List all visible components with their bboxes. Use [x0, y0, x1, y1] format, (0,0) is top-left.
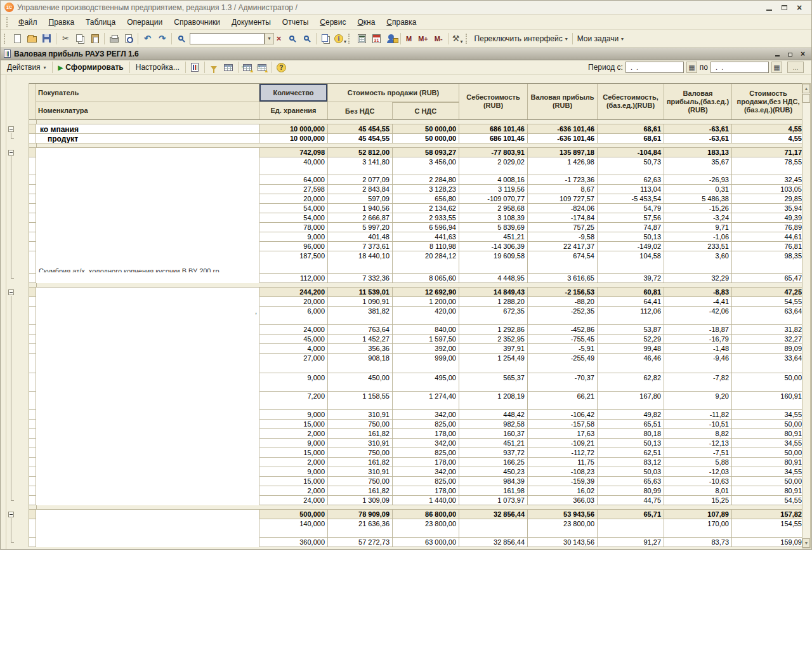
- value-cell[interactable]: 34,55: [732, 410, 802, 420]
- value-cell[interactable]: 5,88: [664, 458, 732, 467]
- value-cell[interactable]: 937,72: [459, 448, 528, 458]
- value-cell[interactable]: 20,000: [259, 297, 328, 307]
- active-users-button[interactable]: [384, 32, 398, 46]
- value-cell[interactable]: 50 000,00: [393, 134, 459, 143]
- value-cell[interactable]: 1 288,20: [459, 297, 528, 307]
- value-cell[interactable]: -755,45: [528, 335, 598, 344]
- name-cell[interactable]: [36, 448, 259, 458]
- row-margin-cell[interactable]: [29, 251, 36, 274]
- value-cell[interactable]: 39,72: [598, 274, 664, 283]
- value-cell[interactable]: -12,03: [664, 467, 732, 477]
- copy-button[interactable]: [73, 32, 88, 46]
- value-cell[interactable]: 50,13: [598, 232, 664, 242]
- header-gross-profit[interactable]: Валовая прибыль (RUB): [528, 84, 598, 119]
- value-cell[interactable]: 2,000: [259, 429, 328, 439]
- value-cell[interactable]: -14 306,39: [459, 242, 528, 251]
- value-cell[interactable]: 1 090,91: [328, 297, 393, 307]
- name-cell[interactable]: [36, 223, 259, 232]
- value-cell[interactable]: 53 943,56: [528, 510, 598, 519]
- value-cell[interactable]: 78,55: [732, 157, 802, 175]
- value-cell[interactable]: 342,00: [393, 439, 459, 448]
- value-cell[interactable]: -109,21: [528, 439, 598, 448]
- value-cell[interactable]: 9,000: [259, 467, 328, 477]
- name-cell[interactable]: [36, 344, 259, 354]
- value-cell[interactable]: 8,67: [528, 185, 598, 194]
- value-cell[interactable]: 161,82: [328, 429, 393, 439]
- value-cell[interactable]: 5 997,20: [328, 223, 393, 232]
- value-cell[interactable]: 96,000: [259, 242, 328, 251]
- value-cell[interactable]: 64,000: [259, 175, 328, 185]
- row-margin-cell[interactable]: [29, 458, 36, 467]
- value-cell[interactable]: 23 800,00: [393, 519, 459, 538]
- value-cell[interactable]: 2 134,62: [393, 204, 459, 213]
- value-cell[interactable]: 24,000: [259, 496, 328, 505]
- row-margin-cell[interactable]: [29, 392, 36, 410]
- value-cell[interactable]: 18 440,10: [328, 251, 393, 274]
- value-cell[interactable]: 98,35: [732, 251, 802, 274]
- value-cell[interactable]: 825,00: [393, 420, 459, 429]
- value-cell[interactable]: 49,39: [732, 213, 802, 223]
- row-margin-cell[interactable]: [29, 148, 36, 157]
- value-cell[interactable]: 44,61: [732, 232, 802, 242]
- value-cell[interactable]: 103,05: [732, 185, 802, 194]
- collapse-button[interactable]: [8, 126, 14, 132]
- minimize-button[interactable]: [763, 3, 775, 13]
- name-cell[interactable]: [36, 185, 259, 194]
- value-cell[interactable]: -174,84: [528, 213, 598, 223]
- name-cell[interactable]: [36, 157, 259, 175]
- row-margin-cell[interactable]: [29, 486, 36, 496]
- value-cell[interactable]: 2,000: [259, 458, 328, 467]
- value-cell[interactable]: 310,91: [328, 439, 393, 448]
- row-margin-cell[interactable]: [29, 335, 36, 344]
- value-cell[interactable]: 160,37: [459, 429, 528, 439]
- value-cell[interactable]: 1 208,19: [459, 392, 528, 410]
- header-quantity-selected-cell[interactable]: Количество: [259, 84, 327, 102]
- value-cell[interactable]: 27,598: [259, 185, 328, 194]
- value-cell[interactable]: 17,63: [528, 429, 598, 439]
- value-cell[interactable]: 78,000: [259, 223, 328, 232]
- value-cell[interactable]: 65,71: [598, 510, 664, 519]
- menu-file[interactable]: Файл: [13, 16, 43, 29]
- header-with-vat[interactable]: С НДС: [393, 102, 459, 120]
- calendar-button[interactable]: [369, 32, 384, 46]
- value-cell[interactable]: 908,18: [328, 354, 393, 373]
- duplicate-button[interactable]: [318, 32, 333, 46]
- value-cell[interactable]: 83,73: [664, 538, 732, 547]
- value-cell[interactable]: 159,09: [732, 538, 802, 547]
- header-sale-cost[interactable]: Стоимость продажи (RUB): [328, 84, 459, 102]
- my-tasks-button[interactable]: Мои задачи▾: [575, 32, 626, 45]
- value-cell[interactable]: 450,23: [459, 467, 528, 477]
- period-to-calendar-button[interactable]: ▦: [771, 62, 782, 73]
- row-margin-cell[interactable]: [29, 373, 36, 392]
- value-cell[interactable]: 178,00: [393, 458, 459, 467]
- name-cell[interactable]: [36, 439, 259, 448]
- row-margin-cell[interactable]: [29, 242, 36, 251]
- row-margin-cell[interactable]: [29, 477, 36, 486]
- value-cell[interactable]: 2,000: [259, 486, 328, 496]
- header-sale-cost-base-unit[interactable]: Стоимость продажи,без НДС,(баз.ед.)(RUB): [732, 84, 802, 119]
- menu-service[interactable]: Сервис: [314, 16, 351, 29]
- collapse-button[interactable]: [8, 289, 14, 295]
- name-cell[interactable]: [36, 477, 259, 486]
- value-cell[interactable]: 2 029,02: [459, 157, 528, 175]
- value-cell[interactable]: 63 000,00: [393, 538, 459, 547]
- info-button[interactable]: i▾: [333, 32, 348, 46]
- name-cell[interactable]: [36, 486, 259, 496]
- value-cell[interactable]: 35,94: [732, 204, 802, 213]
- value-cell[interactable]: 686 101,46: [459, 124, 528, 134]
- value-cell[interactable]: 54,000: [259, 204, 328, 213]
- value-cell[interactable]: 78 909,09: [328, 510, 393, 519]
- value-cell[interactable]: 9,20: [664, 392, 732, 410]
- save-settings-button[interactable]: →▲: [255, 60, 270, 74]
- value-cell[interactable]: 161,82: [328, 458, 393, 467]
- toolbar-grip[interactable]: [6, 17, 10, 27]
- value-cell[interactable]: 89,09: [732, 344, 802, 354]
- value-cell[interactable]: 62,51: [598, 448, 664, 458]
- value-cell[interactable]: 135 897,18: [528, 148, 598, 157]
- name-cell[interactable]: [36, 232, 259, 242]
- value-cell[interactable]: 9,000: [259, 373, 328, 392]
- value-cell[interactable]: 54,79: [598, 204, 664, 213]
- value-cell[interactable]: 3,60: [664, 251, 732, 274]
- value-cell[interactable]: 9,000: [259, 232, 328, 242]
- value-cell[interactable]: 47,25: [732, 288, 802, 297]
